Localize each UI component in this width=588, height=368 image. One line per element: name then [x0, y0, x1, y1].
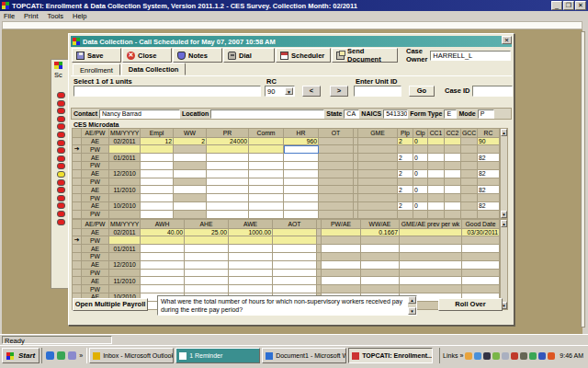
- tray-icon[interactable]: [492, 352, 500, 360]
- scheduler-button[interactable]: Scheduler: [276, 48, 331, 63]
- grid-cell[interactable]: [141, 162, 174, 170]
- grid-cell[interactable]: 0: [413, 186, 428, 194]
- tray-icon[interactable]: [511, 352, 518, 360]
- call-status-dot-red[interactable]: [57, 219, 65, 225]
- grid-cell[interactable]: [428, 154, 445, 162]
- grid-cell[interactable]: [249, 186, 284, 194]
- grid-cell[interactable]: 82: [478, 186, 500, 194]
- chevron-right-icon[interactable]: »: [459, 352, 463, 359]
- row-selector[interactable]: [73, 285, 82, 293]
- grid-cell[interactable]: 03/30/2011: [462, 228, 500, 236]
- roll-over-button[interactable]: Roll Over: [438, 298, 503, 311]
- form-type-field[interactable]: E: [444, 109, 457, 119]
- tray-icon[interactable]: [474, 352, 481, 360]
- naics-field[interactable]: 541330: [383, 109, 408, 119]
- grid-cell[interactable]: 90: [478, 137, 500, 145]
- grid-scrollbar[interactable]: ▲▼: [500, 128, 508, 219]
- scroll-down-icon[interactable]: ▼: [501, 211, 507, 218]
- grid-cell[interactable]: [445, 137, 461, 145]
- current-row-arrow-icon[interactable]: ➔: [73, 145, 82, 154]
- grid-cell[interactable]: [249, 169, 284, 178]
- grid-cell[interactable]: [273, 285, 317, 293]
- grid-cell[interactable]: [273, 253, 317, 261]
- links-toolbar-label[interactable]: Links: [443, 352, 458, 359]
- grid-cell[interactable]: [249, 202, 284, 211]
- grid-cell[interactable]: [207, 210, 249, 218]
- grid-cell[interactable]: [445, 154, 461, 162]
- mode-field[interactable]: P: [478, 109, 494, 119]
- call-status-dot-red[interactable]: [57, 132, 65, 138]
- grid-cell[interactable]: [141, 202, 174, 211]
- call-status-dot-red[interactable]: [57, 108, 65, 114]
- call-status-dot-red[interactable]: [57, 211, 65, 217]
- grid-cell[interactable]: [249, 145, 284, 154]
- row-selector[interactable]: [73, 253, 82, 261]
- grid-cell[interactable]: [445, 202, 461, 211]
- call-status-dot-red[interactable]: [57, 179, 65, 186]
- grid-cell[interactable]: [462, 260, 500, 269]
- grid-cell[interactable]: [229, 277, 273, 285]
- grid-cell[interactable]: [273, 277, 317, 285]
- location-field[interactable]: [210, 109, 324, 119]
- grid-cell[interactable]: [284, 169, 319, 178]
- grid-cell[interactable]: 12: [141, 137, 174, 145]
- scroll-up-icon[interactable]: ▲: [501, 129, 507, 136]
- grid-cell[interactable]: [207, 178, 249, 186]
- chevron-right-icon[interactable]: »: [79, 352, 83, 359]
- quick-launch-icon[interactable]: [46, 351, 54, 360]
- current-row-arrow-icon[interactable]: ➔: [73, 236, 82, 245]
- grid-cell[interactable]: 1000.00: [229, 228, 273, 236]
- call-status-dot-red[interactable]: [57, 163, 65, 169]
- grid-cell[interactable]: [361, 260, 400, 269]
- grid-cell[interactable]: 0: [413, 137, 428, 145]
- state-field[interactable]: CA: [344, 109, 359, 119]
- grid-cell[interactable]: 2: [398, 169, 413, 178]
- grid-cell[interactable]: 2: [398, 137, 413, 145]
- grid-cell[interactable]: [141, 145, 174, 154]
- taskbar-window-button[interactable]: TOPCATI: Enrollment...: [348, 348, 433, 363]
- row-selector[interactable]: [73, 277, 82, 285]
- grid-cell[interactable]: [229, 253, 273, 261]
- row-selector[interactable]: [73, 186, 82, 194]
- notes-button[interactable]: Notes: [173, 48, 222, 63]
- grid-cell[interactable]: 82: [478, 169, 500, 178]
- grid-cell[interactable]: 0.1667: [361, 228, 400, 236]
- grid-cell[interactable]: [284, 162, 319, 170]
- grid-cell[interactable]: [322, 260, 361, 269]
- row-selector[interactable]: [73, 269, 82, 277]
- grid-cell[interactable]: [284, 202, 319, 211]
- call-status-dot-red[interactable]: [57, 116, 65, 122]
- quick-launch-icon[interactable]: [68, 351, 76, 360]
- grid-cell[interactable]: [249, 194, 284, 202]
- taskbar-window-button[interactable]: 1 Reminder: [175, 348, 260, 363]
- quick-launch-icon[interactable]: [57, 351, 65, 360]
- grid-cell[interactable]: [400, 277, 462, 285]
- call-status-dot-yellow[interactable]: [57, 171, 65, 178]
- grid-cell[interactable]: [445, 186, 461, 194]
- grid-cell[interactable]: [185, 260, 229, 269]
- grid-cell[interactable]: [141, 178, 174, 186]
- grid-cell[interactable]: [229, 285, 273, 293]
- grid-cell[interactable]: [322, 228, 361, 236]
- chevron-down-icon[interactable]: ▼: [285, 87, 293, 95]
- row-selector[interactable]: [73, 137, 82, 145]
- grid-cell[interactable]: [174, 186, 207, 194]
- grid-cell[interactable]: [249, 137, 284, 145]
- call-status-dot-red[interactable]: [57, 187, 65, 193]
- grid-cell[interactable]: [400, 245, 462, 253]
- close-button[interactable]: ✕Close: [122, 48, 172, 63]
- grid-cell[interactable]: [141, 269, 185, 277]
- grid-cell[interactable]: 40.00: [141, 228, 185, 236]
- scroll-down-icon[interactable]: ▼: [408, 307, 416, 315]
- call-status-dot-red[interactable]: [57, 195, 65, 201]
- grid-cell[interactable]: [185, 236, 229, 245]
- scroll-up-icon[interactable]: ▲: [501, 220, 507, 227]
- grid-cell[interactable]: [174, 169, 207, 178]
- grid-cell[interactable]: [273, 269, 317, 277]
- grid-cell[interactable]: [185, 245, 229, 253]
- grid-cell[interactable]: [273, 236, 317, 245]
- start-button[interactable]: Start: [2, 348, 40, 363]
- grid-cell[interactable]: [400, 228, 462, 236]
- open-multiple-payroll-button[interactable]: Open Multiple Payroll: [73, 298, 148, 311]
- call-status-dot-red[interactable]: [57, 147, 65, 154]
